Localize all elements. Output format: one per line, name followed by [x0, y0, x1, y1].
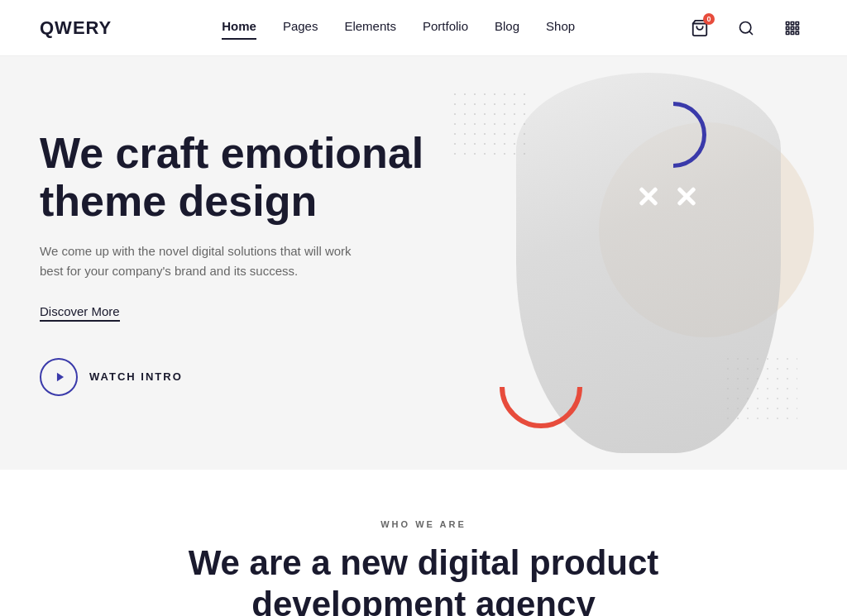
nav-shop[interactable]: Shop: [546, 19, 575, 36]
svg-rect-6: [786, 26, 788, 29]
watch-intro-button[interactable]: WATCH INTRO: [40, 358, 183, 396]
who-section: WHO WE ARE We are a new digital product …: [0, 470, 847, 616]
x-eyes-decor: [637, 184, 698, 208]
left-x-eye: [637, 184, 660, 208]
grid-icon: [784, 20, 801, 36]
hero-subtitle: We come up with the novel digital soluti…: [40, 241, 354, 281]
hero-title: We craft emotional theme design: [40, 130, 470, 224]
who-label: WHO WE ARE: [40, 519, 807, 529]
nav-portfolio[interactable]: Portfolio: [423, 19, 468, 36]
svg-rect-5: [796, 21, 798, 24]
svg-rect-7: [791, 26, 793, 29]
search-icon: [738, 20, 754, 36]
right-x-eye: [675, 184, 698, 208]
cart-button[interactable]: 0: [685, 13, 715, 43]
who-title: We are a new digital product development…: [175, 542, 672, 616]
play-circle-icon: [40, 358, 78, 396]
svg-line-2: [749, 31, 753, 34]
dots-bottom-decor: [723, 354, 797, 420]
nav-icon-group: 0: [685, 13, 807, 43]
grid-button[interactable]: [778, 13, 807, 43]
svg-rect-9: [786, 31, 788, 34]
brand-logo[interactable]: QWERY: [40, 17, 112, 39]
hero-content: We craft emotional theme design We come …: [40, 130, 470, 395]
nav-elements[interactable]: Elements: [344, 19, 396, 36]
svg-rect-3: [786, 21, 788, 24]
nav-blog[interactable]: Blog: [495, 19, 519, 36]
play-icon: [55, 371, 66, 383]
svg-rect-10: [791, 31, 793, 34]
search-button[interactable]: [731, 13, 761, 43]
watch-intro-label: WATCH INTRO: [89, 370, 183, 383]
discover-more-link[interactable]: Discover More: [40, 304, 120, 322]
nav-links: Home Pages Elements Portfolio Blog Shop: [222, 19, 575, 36]
navbar: QWERY Home Pages Elements Portfolio Blog…: [0, 0, 847, 56]
svg-rect-11: [796, 31, 798, 34]
nav-pages[interactable]: Pages: [283, 19, 318, 36]
svg-marker-12: [56, 372, 63, 381]
nav-home[interactable]: Home: [222, 19, 256, 36]
hero-section: We craft emotional theme design We come …: [0, 56, 847, 470]
cart-badge: 0: [703, 13, 715, 25]
svg-rect-8: [796, 26, 798, 29]
svg-rect-4: [791, 21, 793, 24]
